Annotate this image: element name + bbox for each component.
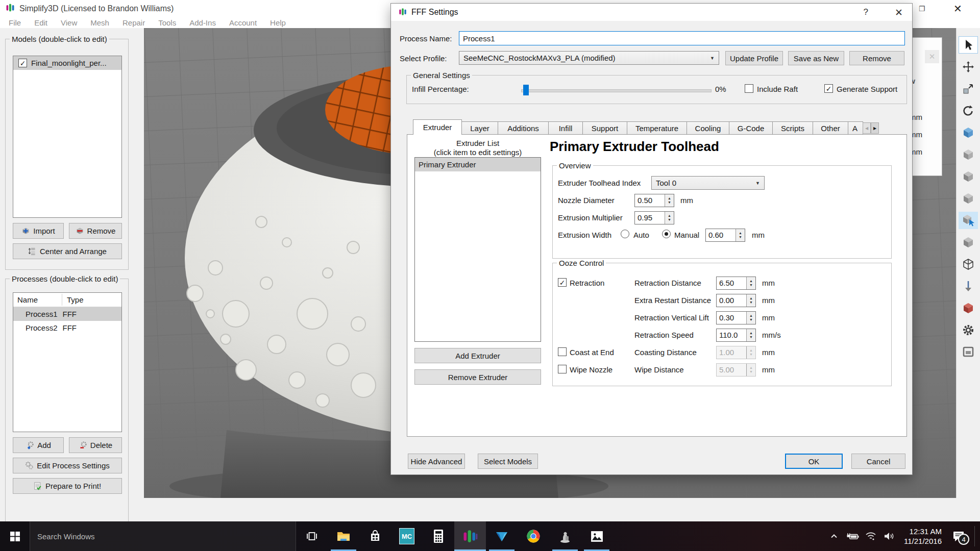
menu-add-ins[interactable]: Add-Ins — [183, 18, 223, 27]
nozzle-diameter-spinner[interactable]: 0.50▲▼ — [634, 194, 674, 207]
tab-support[interactable]: Support — [582, 121, 627, 135]
retraction-distance-spinner[interactable]: 6.50▲▼ — [716, 277, 756, 290]
volume-icon[interactable] — [883, 530, 896, 543]
rotate-tool[interactable] — [959, 102, 978, 119]
extra-restart-spinner[interactable]: 0.00▲▼ — [716, 294, 756, 307]
import-button[interactable]: Import — [13, 223, 64, 239]
menu-file[interactable]: File — [2, 18, 28, 27]
coast-at-end-checkbox[interactable] — [558, 347, 567, 356]
tab-infill[interactable]: Infill — [548, 121, 583, 135]
cancel-button[interactable]: Cancel — [851, 454, 905, 469]
remove-profile-button[interactable]: Remove — [849, 51, 904, 65]
hide-advanced-button[interactable]: Hide Advanced — [408, 454, 465, 469]
model-select-tool[interactable] — [959, 212, 978, 229]
taskbar-matter-control-button[interactable]: MC — [391, 521, 423, 551]
add-extruder-button[interactable]: Add Extruder — [414, 348, 541, 363]
add-process-button[interactable]: Add — [13, 437, 64, 453]
tab-g-code[interactable]: G-Code — [729, 121, 773, 135]
taskbar-photos-button[interactable] — [581, 521, 612, 551]
view-cube-icon[interactable] — [959, 190, 978, 207]
wireframe-view-tool[interactable] — [959, 256, 978, 273]
retraction-checkbox[interactable] — [558, 278, 567, 287]
retraction-speed-spinner[interactable]: 110.0▲▼ — [716, 329, 756, 342]
taskbar-file-explorer-button[interactable] — [328, 521, 359, 551]
maximize-button[interactable]: ❐ — [919, 0, 925, 17]
ok-button[interactable]: OK — [785, 454, 843, 469]
menu-mesh[interactable]: Mesh — [84, 18, 116, 27]
process-name-input[interactable]: Process1 — [459, 31, 905, 45]
battery-icon[interactable] — [846, 530, 859, 543]
taskbar-chrome-button[interactable] — [518, 521, 549, 551]
width-auto-radio[interactable] — [621, 230, 629, 238]
retraction-label[interactable]: Retraction — [570, 279, 604, 287]
wipe-nozzle-checkbox[interactable] — [558, 365, 567, 373]
generate-support-checkbox[interactable] — [824, 84, 833, 93]
taskbar-calculator-button[interactable] — [423, 521, 454, 551]
extruder-list-item[interactable]: Primary Extruder — [415, 158, 541, 171]
processes-list[interactable]: Name Type Process1 FFF Process2 FFF — [13, 292, 122, 432]
tab-scroll-right-icon[interactable]: ▶ — [871, 122, 879, 134]
move-tool[interactable] — [959, 58, 978, 76]
tab-additions[interactable]: Additions — [498, 121, 549, 135]
view-cube-blue-icon[interactable] — [959, 124, 978, 141]
generate-support-label[interactable]: Generate Support — [837, 85, 897, 93]
prepare-to-print-button[interactable]: Prepare to Print! — [13, 478, 122, 494]
taskbar-task-view-button[interactable] — [296, 521, 328, 551]
action-center-button[interactable]: 4 — [950, 528, 967, 545]
settings-gear-icon[interactable] — [959, 321, 978, 339]
tab-extruder[interactable]: Extruder — [413, 119, 462, 135]
vertical-lift-spinner[interactable]: 0.30▲▼ — [716, 311, 756, 324]
model-visibility-checkbox[interactable] — [18, 59, 27, 67]
include-raft-checkbox[interactable] — [745, 84, 753, 93]
panel-close-icon[interactable]: ✕ — [925, 50, 939, 63]
taskbar-store-button[interactable] — [359, 521, 391, 551]
extruder-list[interactable]: Primary Extruder — [414, 157, 541, 342]
infill-slider-track[interactable] — [521, 89, 712, 92]
menu-help[interactable]: Help — [263, 18, 292, 27]
view-cube-icon[interactable] — [959, 234, 978, 251]
taskbar-mesh-app-button[interactable] — [486, 521, 518, 551]
remove-model-button[interactable]: Remove — [69, 223, 122, 239]
clock[interactable]: 12:31 AM 11/21/2016 — [904, 527, 942, 546]
include-raft-label[interactable]: Include Raft — [757, 85, 798, 93]
start-button[interactable] — [0, 521, 30, 551]
tray-chevron-up-icon[interactable] — [827, 530, 841, 543]
show-desktop-divider[interactable] — [974, 526, 975, 546]
tab-scroll-left-icon[interactable]: ◀ — [863, 122, 871, 134]
wipe-nozzle-label[interactable]: Wipe Nozzle — [570, 365, 612, 374]
cross-section-tool[interactable] — [959, 299, 978, 317]
tab-cooling[interactable]: Cooling — [687, 121, 729, 135]
save-as-new-button[interactable]: Save as New — [788, 51, 844, 65]
profile-dropdown[interactable]: SeeMeCNC_RostockMAXv3_PLA (modified) ▼ — [459, 51, 719, 65]
menu-repair[interactable]: Repair — [116, 18, 152, 27]
view-cube-icon[interactable] — [959, 146, 978, 163]
remove-extruder-button[interactable]: Remove Extruder — [414, 369, 541, 385]
models-list[interactable]: Final_moonlight_per... — [13, 56, 122, 218]
tab-scripts[interactable]: Scripts — [772, 121, 813, 135]
help-button[interactable]: ? — [864, 7, 868, 17]
support-tool[interactable] — [959, 278, 978, 295]
view-cube-icon[interactable] — [959, 168, 978, 185]
menu-edit[interactable]: Edit — [28, 18, 54, 27]
select-tool[interactable] — [959, 36, 978, 54]
update-profile-button[interactable]: Update Profile — [725, 51, 783, 65]
extrusion-multiplier-spinner[interactable]: 0.95▲▼ — [634, 211, 674, 224]
tab-partial[interactable]: A — [848, 121, 863, 135]
taskbar-scan-app-button[interactable] — [549, 521, 581, 551]
process-row[interactable]: Process2 FFF — [13, 321, 121, 335]
width-manual-radio[interactable] — [662, 230, 671, 238]
dialog-close-icon[interactable]: ✕ — [895, 7, 903, 18]
tab-layer[interactable]: Layer — [461, 121, 498, 135]
menu-view[interactable]: View — [54, 18, 84, 27]
process-row[interactable]: Process1 FFF — [13, 307, 121, 321]
dialog-titlebar[interactable]: FFF Settings ? ✕ — [391, 4, 912, 21]
center-arrange-button[interactable]: Center and Arrange — [13, 243, 122, 259]
infill-slider-handle[interactable] — [523, 85, 529, 95]
taskbar-simplify3d-button[interactable] — [454, 521, 486, 551]
delete-process-button[interactable]: Delete — [69, 437, 122, 453]
width-manual-label[interactable]: Manual — [674, 231, 699, 239]
select-models-button[interactable]: Select Models — [478, 454, 538, 469]
tab-other[interactable]: Other — [813, 121, 848, 135]
coast-at-end-label[interactable]: Coast at End — [570, 348, 614, 357]
extrusion-width-spinner[interactable]: 0.60▲▼ — [705, 229, 745, 242]
